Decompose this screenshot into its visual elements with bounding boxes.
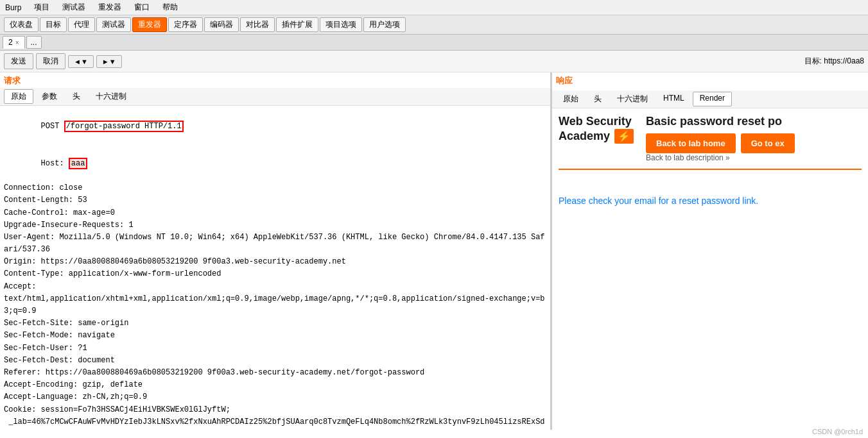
wsa-reset-title: Basic password reset po — [646, 115, 862, 128]
request-body[interactable]: POST /forgot-password HTTP/1.1 Host: aaa… — [0, 106, 550, 430]
target-url: https://0aa8 — [824, 56, 864, 65]
toolbar-decoder[interactable]: 编码器 — [204, 17, 239, 32]
menu-help[interactable]: 帮助 — [160, 1, 180, 13]
right-panel: 响应 原始 头 十六进制 HTML Render Web Security Ac… — [552, 72, 868, 430]
response-tab-render[interactable]: Render — [693, 92, 732, 106]
check-email-text: Please check your email for a reset pass… — [559, 196, 862, 206]
cancel-button[interactable]: 取消 — [36, 53, 65, 69]
go-to-exploit-button[interactable]: Go to ex — [741, 133, 795, 153]
wsa-right-area: Basic password reset po Back to lab home… — [646, 115, 862, 162]
request-line-origin: Origin: https://0aa800880469a6b080532192… — [4, 256, 546, 268]
request-tab-bar: 原始 参数 头 十六进制 — [0, 88, 550, 106]
tab-2[interactable]: 2 × — [3, 36, 25, 49]
request-path-highlight: /forgot-password HTTP/1.1 — [64, 121, 184, 132]
lightning-icon: ⚡ — [614, 129, 634, 144]
request-line-connection: Connection: close — [4, 182, 546, 194]
toolbar-repeater[interactable]: 重发器 — [132, 17, 167, 32]
toolbar-intruder[interactable]: 测试器 — [96, 17, 131, 32]
menu-window[interactable]: 窗口 — [132, 1, 152, 13]
main-content: 请求 原始 参数 头 十六进制 POST /forgot-password HT… — [0, 72, 868, 430]
wsa-logo-line1: Web Security — [559, 115, 636, 129]
request-line-cache-control: Cache-Control: max-age=0 — [4, 207, 546, 219]
request-tab-hex[interactable]: 十六进制 — [89, 89, 134, 104]
host-highlight: aaa — [69, 158, 88, 169]
request-tab-headers[interactable]: 头 — [65, 89, 87, 104]
request-label: 请求 — [0, 72, 550, 88]
response-tab-hex[interactable]: 十六进制 — [610, 92, 655, 106]
toolbar-proxy[interactable]: 代理 — [68, 17, 95, 32]
request-tab-raw[interactable]: 原始 — [4, 89, 33, 104]
tab-number: 2 — [8, 38, 13, 47]
request-line-host: Host: aaa — [4, 146, 546, 183]
toolbar-sequencer[interactable]: 定序器 — [168, 17, 203, 32]
response-tab-headers[interactable]: 头 — [587, 92, 609, 106]
check-email-area: Please check your email for a reset pass… — [559, 196, 862, 206]
menu-project[interactable]: 项目 — [31, 1, 52, 13]
request-line-accept-encoding: Accept-Encoding: gzip, deflate — [4, 379, 546, 391]
toolbar-user-options[interactable]: 用户选项 — [363, 17, 406, 32]
request-line-sec-fetch-mode: Sec-Fetch-Mode: navigate — [4, 330, 546, 342]
menu-repeater[interactable]: 重发器 — [96, 1, 124, 13]
request-line-accept-lang: Accept-Language: zh-CN,zh;q=0.9 — [4, 391, 546, 403]
back-to-lab-home-button[interactable]: Back to lab home — [646, 133, 736, 153]
wsa-logo-line2: Academy ⚡ — [559, 129, 636, 144]
cookie-value: session=Fo7h3HSSACj4EiHiVBKSWEx0lGlJyftW… — [41, 405, 230, 414]
response-tab-raw[interactable]: 原始 — [556, 92, 586, 106]
toolbar-target[interactable]: 目标 — [40, 17, 67, 32]
toolbar: 仪表盘 目标 代理 测试器 重发器 定序器 编码器 对比器 插件扩展 项目选项 … — [0, 15, 868, 35]
toolbar-comparer[interactable]: 对比器 — [240, 17, 275, 32]
menu-bar: Burp 项目 测试器 重发器 窗口 帮助 — [0, 0, 868, 15]
toolbar-dashboard[interactable]: 仪表盘 — [4, 17, 39, 32]
wsa-header: Web Security Academy ⚡ Basic password re… — [559, 115, 862, 162]
response-tab-html[interactable]: HTML — [656, 92, 691, 106]
menu-burp[interactable]: Burp — [3, 3, 24, 13]
wsa-logo: Web Security Academy ⚡ — [559, 115, 636, 144]
toolbar-extensions[interactable]: 插件扩展 — [276, 17, 318, 32]
tab-bar: 2 × ... — [0, 35, 868, 51]
request-line-content-type: Content-Type: application/x-www-form-url… — [4, 268, 546, 280]
next-button[interactable]: ►▼ — [96, 55, 122, 68]
menu-tester[interactable]: 测试器 — [60, 1, 88, 13]
request-line-accept-val: text/html,application/xhtml+xml,applicat… — [4, 293, 546, 317]
toolbar-project-options[interactable]: 项目选项 — [320, 17, 362, 32]
request-line-lab-cookie: _lab=46%7cMCwCFAuWFvMvHDYzIebJ3kLNSxv%2f… — [4, 416, 546, 430]
wsa-divider — [559, 169, 862, 170]
response-tab-bar: 原始 头 十六进制 HTML Render — [552, 90, 868, 108]
request-line-referer: Referer: https://0aa800880469a6b08053219… — [4, 367, 546, 379]
tab-close-icon[interactable]: × — [15, 39, 19, 46]
response-label: 响应 — [552, 72, 868, 88]
request-line-content-length: Content-Length: 53 — [4, 194, 546, 206]
request-line-sec-fetch-user: Sec-Fetch-User: ?1 — [4, 342, 546, 355]
prev-button[interactable]: ◄▼ — [68, 55, 94, 68]
wsa-button-row: Back to lab home Go to ex — [646, 133, 862, 153]
request-line-accept: Accept: — [4, 281, 546, 293]
action-bar: 发送 取消 ◄▼ ►▼ 目标: https://0aa8 — [0, 51, 868, 72]
request-line-sec-fetch-site: Sec-Fetch-Site: same-origin — [4, 317, 546, 330]
request-line-user-agent: User-Agent: Mozilla/5.0 (Windows NT 10.0… — [4, 232, 546, 256]
back-to-lab-desc[interactable]: Back to lab description » — [646, 153, 862, 162]
csdn-watermark: CSDN @0rch1d — [812, 428, 863, 430]
request-line-upgrade: Upgrade-Insecure-Requests: 1 — [4, 219, 546, 232]
request-line-method: POST /forgot-password HTTP/1.1 — [4, 108, 546, 146]
tab-more[interactable]: ... — [26, 36, 42, 49]
target-label: 目标: https://0aa8 — [804, 56, 864, 67]
wsa-render-content: Web Security Academy ⚡ Basic password re… — [552, 108, 868, 430]
request-line-sec-fetch-dest: Sec-Fetch-Dest: document — [4, 355, 546, 367]
send-button[interactable]: 发送 — [4, 53, 33, 69]
request-line-cookie: Cookie: session=Fo7h3HSSACj4EiHiVBKSWEx0… — [4, 404, 546, 416]
left-panel: 请求 原始 参数 头 十六进制 POST /forgot-password HT… — [0, 72, 552, 430]
request-tab-params[interactable]: 参数 — [35, 89, 64, 104]
